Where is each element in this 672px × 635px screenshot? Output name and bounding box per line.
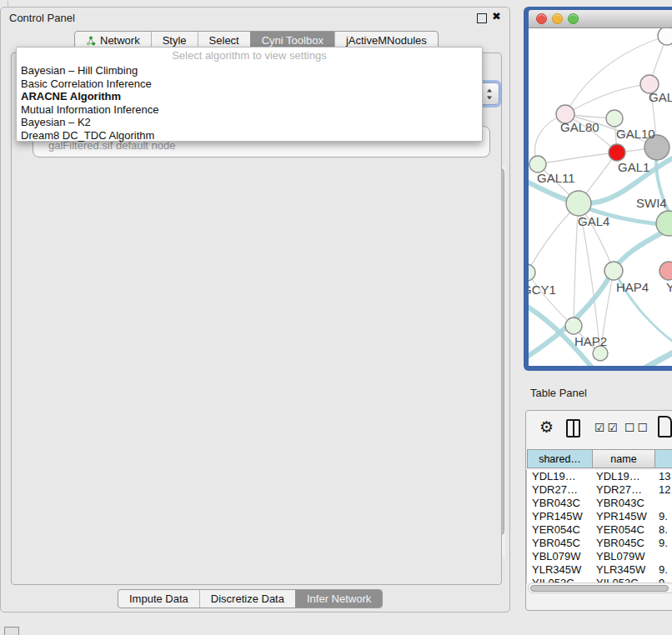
node-label: GAL: [649, 90, 672, 104]
table-row[interactable]: YBL079WYBL079W: [527, 550, 672, 563]
cell: YBR045C: [532, 537, 580, 550]
select-all-checkboxes-icon[interactable]: ☑☑: [594, 421, 620, 434]
network-node[interactable]: [604, 262, 623, 280]
cell: 12: [659, 483, 670, 497]
corner-box: [4, 627, 19, 635]
network-edge: [565, 84, 649, 114]
cell: YER054C: [532, 523, 580, 537]
bottom-tab-discretize-data[interactable]: Discretize Data: [199, 590, 295, 608]
node-label: Y: [666, 280, 672, 294]
table-panel-window: ⚙ ☑☑ ☐☐ shared…name YDL19…YDL19…13YDR27……: [525, 410, 672, 611]
network-canvas[interactable]: GALGAL80GAL10GAL1GAL11SWI4GAL4GCY1HAP4YH…: [529, 28, 672, 366]
cell: 9.: [659, 563, 668, 577]
node-label: GAL4: [578, 214, 609, 228]
algorithm-option-dream8-dc-tdc-algorithm[interactable]: Dream8 DC_TDC Algorithm: [17, 129, 482, 142]
network-edge-thick: [627, 348, 672, 366]
table-body: YDL19…YDL19…13YDR27…YDR27…12YBR043CYBR04…: [526, 470, 672, 583]
network-node[interactable]: [658, 28, 672, 45]
network-view-inner: GALGAL80GAL10GAL1GAL11SWI4GAL4GCY1HAP4YH…: [529, 10, 672, 366]
table-row[interactable]: YDL19…YDL19…13: [527, 470, 672, 483]
table-horizontal-scrollbar[interactable]: [528, 582, 672, 593]
cell: YBR045C: [596, 537, 644, 550]
algorithm-dropdown-popup: Select algorithm to view settings Bayesi…: [16, 47, 483, 142]
cell: YER054C: [596, 523, 644, 537]
zoom-traffic-light-icon[interactable]: [568, 13, 579, 24]
cell: 8.: [659, 523, 668, 537]
scrollbar-thumb[interactable]: [530, 585, 669, 592]
tab-label: Cyni Toolbox: [262, 34, 323, 47]
control-panel: Control Panel ✖ NetworkStyleSelectCyni T…: [0, 7, 510, 612]
close-traffic-light-icon[interactable]: [536, 13, 547, 24]
tab-label: Select: [209, 34, 239, 47]
bottom-tab-impute-data[interactable]: Impute Data: [118, 590, 199, 608]
table-row[interactable]: YLR345WYLR345W9.: [527, 563, 672, 577]
table-panel-title: Table Panel: [530, 387, 587, 399]
panel-notch: [8, 1, 8, 8]
network-edge: [529, 272, 574, 326]
network-view-window: GALGAL80GAL10GAL1GAL11SWI4GAL4GCY1HAP4YH…: [524, 7, 672, 371]
gear-icon[interactable]: ⚙: [539, 418, 554, 437]
node-label: HAP4: [616, 280, 649, 294]
bottom-tabbar: Impute DataDiscretize DataInfer Network: [118, 589, 383, 608]
table-row[interactable]: YBR043CYBR043C: [527, 497, 672, 510]
float-panel-icon[interactable]: [477, 13, 487, 23]
cell: YDR27…: [596, 483, 642, 497]
close-icon[interactable]: ✖: [492, 10, 501, 22]
algorithm-option-bayesian-k2[interactable]: Bayesian – K2: [17, 116, 482, 129]
network-node[interactable]: [529, 264, 535, 281]
network-node[interactable]: [606, 110, 623, 127]
cell: 13: [659, 470, 670, 483]
node-label: GAL80: [560, 120, 599, 134]
algorithm-option-aracne-algorithm[interactable]: ARACNE Algorithm: [17, 90, 482, 103]
cell: YDL19…: [596, 470, 640, 483]
network-node[interactable]: [609, 144, 625, 161]
column-header-name[interactable]: name: [592, 449, 654, 468]
cell: YPR145W: [596, 510, 647, 523]
table-row[interactable]: YDR27…YDR27…12: [527, 483, 672, 497]
algorithm-dropdown-prompt: Select algorithm to view settings: [17, 48, 482, 64]
bottom-tab-infer-network[interactable]: Infer Network: [295, 590, 382, 608]
tab-label: jActiveMNodules: [346, 34, 427, 47]
network-node[interactable]: [529, 156, 546, 172]
cell: YBR043C: [596, 497, 644, 510]
column-header-shared[interactable]: shared…: [527, 449, 592, 468]
cell: YDR27…: [532, 483, 578, 497]
column-header-col2[interactable]: [654, 449, 672, 468]
network-node[interactable]: [565, 318, 582, 334]
table-row[interactable]: YER054CYER054C8.: [527, 523, 672, 537]
node-label: HAP2: [574, 334, 607, 348]
algorithm-option-basic-correlation-inference[interactable]: Basic Correlation Inference: [17, 78, 482, 91]
network-svg: GALGAL80GAL10GAL1GAL11SWI4GAL4GCY1HAP4YH…: [529, 28, 672, 366]
cell: YLR345W: [532, 563, 581, 577]
network-window-titlebar[interactable]: [529, 10, 672, 28]
deselect-all-checkboxes-icon[interactable]: ☐☐: [624, 421, 650, 434]
cell: YPR145W: [532, 510, 583, 523]
file-icon[interactable]: [658, 416, 672, 438]
tab-label: Style: [163, 34, 187, 47]
split-columns-icon[interactable]: [566, 419, 580, 438]
node-label: GAL11: [537, 171, 575, 185]
cell: 9.: [659, 510, 668, 523]
node-label: GAL10: [616, 127, 655, 141]
table-row[interactable]: YPR145WYPR145W9.: [527, 510, 672, 523]
cell: YDL19…: [532, 470, 576, 483]
tab-label: Discretize Data: [211, 592, 284, 605]
minimize-traffic-light-icon[interactable]: [552, 13, 563, 24]
cell: YLR345W: [596, 563, 645, 577]
cell: 9.: [659, 537, 668, 550]
table-row[interactable]: YBR045CYBR045C9.: [527, 537, 672, 550]
network-icon: [86, 36, 96, 46]
table-header-row: shared…name: [526, 449, 672, 468]
node-label: SWI4: [636, 196, 667, 210]
algorithm-option-list: Bayesian – Hill ClimbingBasic Correlatio…: [17, 64, 482, 142]
control-panel-title: Control Panel: [9, 12, 75, 24]
cell: YBL079W: [532, 550, 581, 563]
network-node[interactable]: [659, 262, 672, 280]
algorithm-option-bayesian-hill-climbing[interactable]: Bayesian – Hill Climbing: [17, 64, 482, 78]
algorithm-option-mutual-information-inference[interactable]: Mutual Information Inference: [17, 103, 482, 117]
cell: YBR043C: [532, 497, 580, 510]
tab-label: Infer Network: [307, 592, 371, 605]
node-label: GAL1: [618, 160, 649, 174]
tab-label: Impute Data: [129, 592, 188, 605]
network-node[interactable]: [566, 191, 591, 216]
